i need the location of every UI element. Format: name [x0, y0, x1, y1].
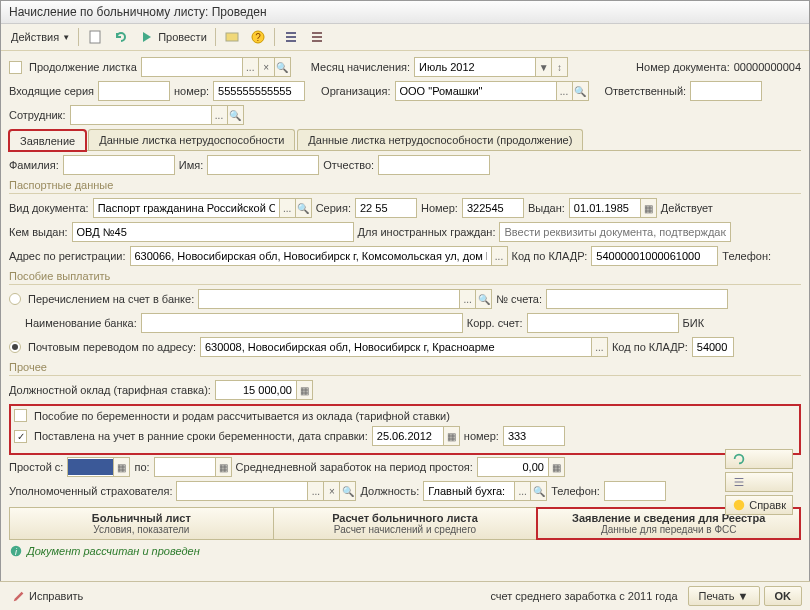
- refresh-button[interactable]: [725, 449, 793, 469]
- post-radio-label: Почтовым переводом по адресу:: [28, 341, 196, 353]
- bankname-input[interactable]: [141, 313, 463, 333]
- post-radio[interactable]: [9, 341, 21, 353]
- continuation-label: Продолжение листка: [29, 61, 137, 73]
- pos-input[interactable]: ...🔍: [423, 481, 547, 501]
- fam-input[interactable]: [63, 155, 175, 175]
- pregnancy-box: Пособие по беременности и родам рассчиты…: [9, 404, 801, 455]
- calc-label: счет среднего заработка с 2011 года: [490, 590, 677, 602]
- valid-label: Действует: [661, 202, 713, 214]
- addr-label: Адрес по регистрации:: [9, 250, 126, 262]
- idle-to-label: по:: [134, 461, 149, 473]
- resp-label: Ответственный:: [605, 85, 687, 97]
- reg-date-input[interactable]: ▦: [372, 426, 460, 446]
- ftab-calc[interactable]: Расчет больничного листа Расчет начислен…: [274, 508, 538, 539]
- ok-button[interactable]: OK: [764, 586, 803, 606]
- salary-input[interactable]: ▦: [215, 380, 313, 400]
- report-icon[interactable]: [220, 27, 244, 47]
- num-input[interactable]: [462, 198, 524, 218]
- otch-label: Отчество:: [323, 159, 374, 171]
- acct-label: № счета:: [496, 293, 542, 305]
- payout-section: Пособие выплатить: [9, 270, 801, 282]
- foreign-label: Для иностранных граждан:: [358, 226, 496, 238]
- ser-input[interactable]: [355, 198, 417, 218]
- korr-input[interactable]: [527, 313, 679, 333]
- tel2-label: Телефон:: [551, 485, 600, 497]
- continuation-checkbox[interactable]: [9, 61, 22, 74]
- tel2-input[interactable]: [604, 481, 666, 501]
- reg-label: Поставлена на учет в ранние сроки береме…: [34, 430, 368, 442]
- fam-label: Фамилия:: [9, 159, 59, 171]
- preg-label: Пособие по беременности и родам рассчиты…: [34, 410, 450, 422]
- by-input[interactable]: [72, 222, 354, 242]
- tel-label: Телефон:: [722, 250, 771, 262]
- run-button[interactable]: Провести: [135, 27, 211, 47]
- svg-rect-1: [226, 33, 238, 41]
- tab-sickleave-cont[interactable]: Данные листка нетрудоспособности (продол…: [297, 129, 583, 150]
- kladr-input[interactable]: [591, 246, 718, 266]
- window-title: Начисление по больничному листу: Проведе…: [1, 1, 809, 24]
- docnum-label: Номер документа:: [636, 61, 730, 73]
- bottom-bar: Исправить счет среднего заработка с 2011…: [0, 581, 810, 610]
- bank-radio-label: Перечислением на счет в банке:: [28, 293, 194, 305]
- pos-label: Должность:: [360, 485, 419, 497]
- status-text: i Документ рассчитан и проведен: [9, 544, 801, 558]
- in-series-input[interactable]: [98, 81, 170, 101]
- fix-button[interactable]: Исправить: [8, 587, 87, 605]
- preg-checkbox[interactable]: [14, 409, 27, 422]
- acct-input[interactable]: [546, 289, 728, 309]
- reg-checkbox[interactable]: ✓: [14, 430, 27, 443]
- help-icon[interactable]: ?: [246, 27, 270, 47]
- bank-radio[interactable]: [9, 293, 21, 305]
- list2-icon[interactable]: [305, 27, 329, 47]
- svg-text:?: ?: [255, 32, 261, 43]
- insurer-label: Уполномоченный страхователя:: [9, 485, 172, 497]
- doctype-input[interactable]: ...🔍: [93, 198, 312, 218]
- avg-input[interactable]: ▦: [477, 457, 565, 477]
- resp-input[interactable]: [690, 81, 762, 101]
- avg-label: Среднедневной заработок на период просто…: [236, 461, 473, 473]
- info-icon: i: [9, 544, 23, 558]
- name-input[interactable]: [207, 155, 319, 175]
- idle-from-input[interactable]: ▦: [67, 457, 130, 477]
- doctype-label: Вид документа:: [9, 202, 89, 214]
- addr-input[interactable]: ...: [130, 246, 508, 266]
- org-label: Организация:: [321, 85, 390, 97]
- footer-tabs: Больничный лист Условия, показатели Расч…: [9, 507, 801, 540]
- org-input[interactable]: ...🔍: [395, 81, 589, 101]
- actions-dropdown[interactable]: Действия ▼: [7, 29, 74, 45]
- bankname-label: Наименование банка:: [25, 317, 137, 329]
- toolbar: Действия ▼ Провести ?: [1, 24, 809, 51]
- list-button[interactable]: [725, 472, 793, 492]
- passport-section: Паспортные данные: [9, 179, 801, 191]
- post-addr-input[interactable]: ...: [200, 337, 608, 357]
- salary-label: Должностной оклад (тарифная ставка):: [9, 384, 211, 396]
- docnum-value: 00000000004: [734, 61, 801, 73]
- idle-to-input[interactable]: ▦: [154, 457, 232, 477]
- svg-point-4: [734, 500, 745, 511]
- issued-input[interactable]: ▦: [569, 198, 657, 218]
- otch-input[interactable]: [378, 155, 490, 175]
- insurer-input[interactable]: ...×🔍: [176, 481, 356, 501]
- month-input[interactable]: ▼↕: [414, 57, 568, 77]
- in-series-label: Входящие серия: [9, 85, 94, 97]
- emp-input[interactable]: ...🔍: [70, 105, 244, 125]
- foreign-input[interactable]: [499, 222, 731, 242]
- svg-rect-0: [90, 31, 100, 43]
- reg-num-input[interactable]: [503, 426, 565, 446]
- tab-sickleave-data[interactable]: Данные листка нетрудоспособности: [88, 129, 295, 150]
- help-button[interactable]: Справк: [725, 495, 793, 515]
- in-num-input[interactable]: [213, 81, 305, 101]
- ftab-sick-leave[interactable]: Больничный лист Условия, показатели: [10, 508, 274, 539]
- doc-icon[interactable]: [83, 27, 107, 47]
- month-label: Месяц начисления:: [311, 61, 410, 73]
- kladr2-input[interactable]: [692, 337, 734, 357]
- num-label: Номер:: [421, 202, 458, 214]
- bank-acct-lookup[interactable]: ...🔍: [198, 289, 492, 309]
- bik-label: БИК: [683, 317, 705, 329]
- list-icon[interactable]: [279, 27, 303, 47]
- emp-label: Сотрудник:: [9, 109, 66, 121]
- refresh-icon[interactable]: [109, 27, 133, 47]
- tab-application[interactable]: Заявление: [9, 130, 86, 151]
- print-button[interactable]: Печать ▼: [688, 586, 760, 606]
- continuation-input[interactable]: ...×🔍: [141, 57, 291, 77]
